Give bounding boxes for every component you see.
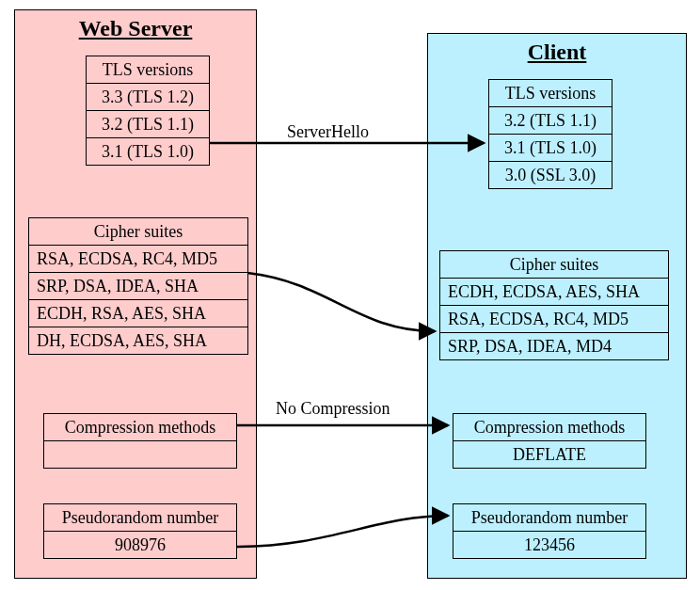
server-tls-box: TLS versions 3.3 (TLS 1.2) 3.2 (TLS 1.1)… xyxy=(86,56,210,166)
box-header: Pseudorandom number xyxy=(453,504,645,532)
server-cipher-box: Cipher suites RSA, ECDSA, RC4, MD5 SRP, … xyxy=(28,217,248,355)
server-hello-label: ServerHello xyxy=(287,122,369,142)
box-row: 3.0 (SSL 3.0) xyxy=(489,162,612,188)
client-panel: Client TLS versions 3.2 (TLS 1.1) 3.1 (T… xyxy=(427,33,687,579)
box-header: Compression methods xyxy=(453,414,645,441)
arrow-cipher xyxy=(247,273,435,331)
box-header: Compression methods xyxy=(44,414,236,441)
box-header: Cipher suites xyxy=(29,218,247,246)
client-tls-box: TLS versions 3.2 (TLS 1.1) 3.1 (TLS 1.0)… xyxy=(488,79,612,189)
box-row: ECDH, ECDSA, AES, SHA xyxy=(440,279,668,306)
server-panel: Web Server TLS versions 3.3 (TLS 1.2) 3.… xyxy=(14,9,257,579)
box-row: 3.2 (TLS 1.1) xyxy=(87,111,209,138)
box-row: 3.1 (TLS 1.0) xyxy=(87,138,209,165)
server-title: Web Server xyxy=(15,10,256,45)
client-title: Client xyxy=(428,34,686,69)
box-header: TLS versions xyxy=(87,56,209,84)
box-header: Cipher suites xyxy=(440,251,668,279)
box-row: 3.2 (TLS 1.1) xyxy=(489,107,612,135)
client-compression-box: Compression methods DEFLATE xyxy=(453,413,646,469)
box-header: TLS versions xyxy=(489,80,612,107)
box-row xyxy=(44,441,236,468)
box-row: RSA, ECDSA, RC4, MD5 xyxy=(29,246,247,273)
no-compression-label: No Compression xyxy=(276,399,390,419)
server-prn-box: Pseudorandom number 908976 xyxy=(43,503,237,559)
box-row: DH, ECDSA, AES, SHA xyxy=(29,327,247,354)
box-row: ECDH, RSA, AES, SHA xyxy=(29,300,247,327)
box-row: 908976 xyxy=(44,532,236,558)
box-row: RSA, ECDSA, RC4, MD5 xyxy=(440,306,668,333)
client-cipher-box: Cipher suites ECDH, ECDSA, AES, SHA RSA,… xyxy=(439,250,669,360)
server-compression-box: Compression methods xyxy=(43,413,237,469)
box-row: SRP, DSA, IDEA, MD4 xyxy=(440,333,668,359)
box-row: 3.1 (TLS 1.0) xyxy=(489,135,612,162)
client-prn-box: Pseudorandom number 123456 xyxy=(453,503,646,559)
box-header: Pseudorandom number xyxy=(44,504,236,532)
arrow-prn xyxy=(236,516,448,547)
box-row: 123456 xyxy=(453,532,645,558)
box-row: SRP, DSA, IDEA, SHA xyxy=(29,273,247,300)
box-row: 3.3 (TLS 1.2) xyxy=(87,84,209,111)
box-row: DEFLATE xyxy=(453,441,645,468)
